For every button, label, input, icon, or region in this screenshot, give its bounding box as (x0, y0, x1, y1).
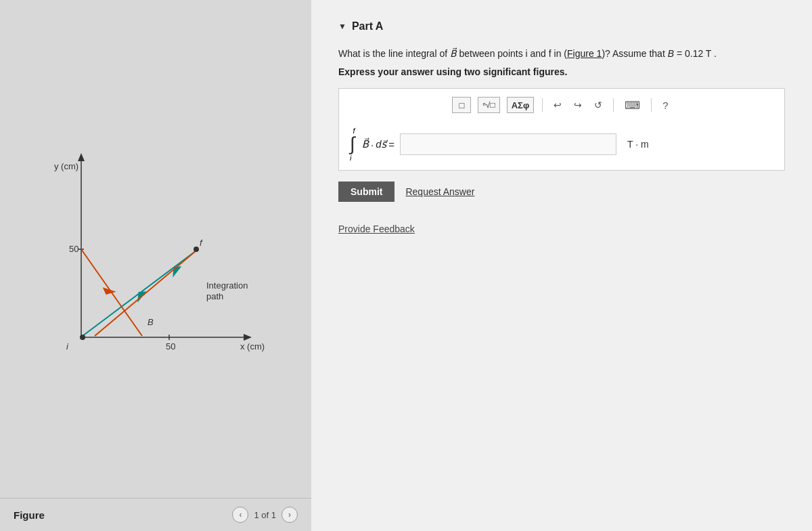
right-panel: ▼ Part A What is the line integral of B⃗… (311, 0, 812, 531)
figure-title: Figure (14, 509, 45, 521)
svg-text:path: path (206, 291, 223, 301)
unit-label: T · m (627, 139, 649, 150)
math-toolbar: □ ⁿ√□ ΑΣφ ↩ ↪ ↺ ⌨ ? (350, 97, 773, 119)
svg-text:Integration: Integration (206, 280, 248, 291)
redo-button[interactable]: ↪ (571, 98, 585, 112)
svg-text:i: i (66, 341, 69, 352)
equals-sign: = (388, 139, 394, 150)
figure-header: Figure ‹ 1 of 1 › (0, 498, 311, 531)
provide-feedback-link[interactable]: Provide Feedback (338, 224, 415, 234)
part-title: Part A (352, 20, 384, 33)
toolbar-sep-3 (651, 98, 652, 112)
collapse-arrow[interactable]: ▼ (338, 22, 346, 31)
figure-link[interactable]: Figure 1 (567, 48, 602, 59)
integral-symbol-block: f ∫ i (350, 127, 355, 162)
answer-input[interactable] (400, 133, 616, 155)
svg-point-18 (80, 335, 85, 340)
integral-large-symbol: ∫ (350, 135, 355, 154)
svg-marker-11 (133, 288, 148, 302)
answer-box: □ ⁿ√□ ΑΣφ ↩ ↪ ↺ ⌨ ? f ∫ i (338, 88, 785, 171)
radical-button[interactable]: ⁿ√□ (478, 97, 499, 113)
svg-text:f: f (200, 238, 203, 248)
ds-vector-text: ds⃗ (376, 138, 386, 150)
integrand-text: B⃗ · ds⃗ = (362, 138, 394, 150)
toolbar-sep-1 (542, 98, 543, 112)
radical-icon: ⁿ√□ (482, 100, 495, 110)
figure-panel: 50 y (cm) 50 x (cm) (0, 0, 311, 531)
keyboard-button[interactable]: ⌨ (622, 98, 643, 113)
svg-text:50: 50 (166, 341, 175, 352)
integral-row: f ∫ i B⃗ · ds⃗ = T · m (350, 127, 773, 162)
part-header: ▼ Part A (338, 20, 785, 33)
figure-nav: ‹ 1 of 1 › (232, 507, 298, 523)
svg-marker-2 (78, 153, 85, 161)
svg-marker-3 (244, 334, 252, 341)
svg-point-16 (194, 247, 199, 252)
B-vector-text: B⃗ (362, 138, 369, 150)
help-button[interactable]: ? (660, 98, 671, 112)
nav-prev-button[interactable]: ‹ (232, 507, 248, 523)
greek-icon: ΑΣφ (512, 100, 530, 110)
svg-text:x (cm): x (cm) (240, 341, 265, 352)
dot-product-symbol: · (371, 139, 374, 150)
refresh-button[interactable]: ↺ (591, 98, 605, 112)
figure-canvas: 50 y (cm) 50 x (cm) (0, 0, 311, 498)
nav-next-button[interactable]: › (281, 507, 298, 523)
problem-text-line2: Express your answer using two significan… (338, 66, 785, 77)
request-answer-link[interactable]: Request Answer (405, 186, 474, 197)
svg-text:50: 50 (69, 244, 78, 254)
integral-lower-limit: i (350, 154, 351, 162)
undo-button[interactable]: ↩ (551, 98, 564, 112)
problem-text-line1: What is the line integral of B⃗ between … (338, 46, 785, 61)
toolbar-sep-2 (613, 98, 614, 112)
matrix-icon: □ (459, 100, 465, 110)
greek-button[interactable]: ΑΣφ (507, 97, 535, 113)
submit-button[interactable]: Submit (338, 182, 394, 202)
action-row: Submit Request Answer (338, 182, 785, 202)
matrix-button[interactable]: □ (452, 97, 471, 113)
figure-svg: 50 y (cm) 50 x (cm) (41, 134, 271, 364)
nav-page-indicator: 1 of 1 (254, 510, 276, 520)
svg-text:y (cm): y (cm) (54, 161, 78, 171)
svg-text:B: B (148, 317, 154, 327)
